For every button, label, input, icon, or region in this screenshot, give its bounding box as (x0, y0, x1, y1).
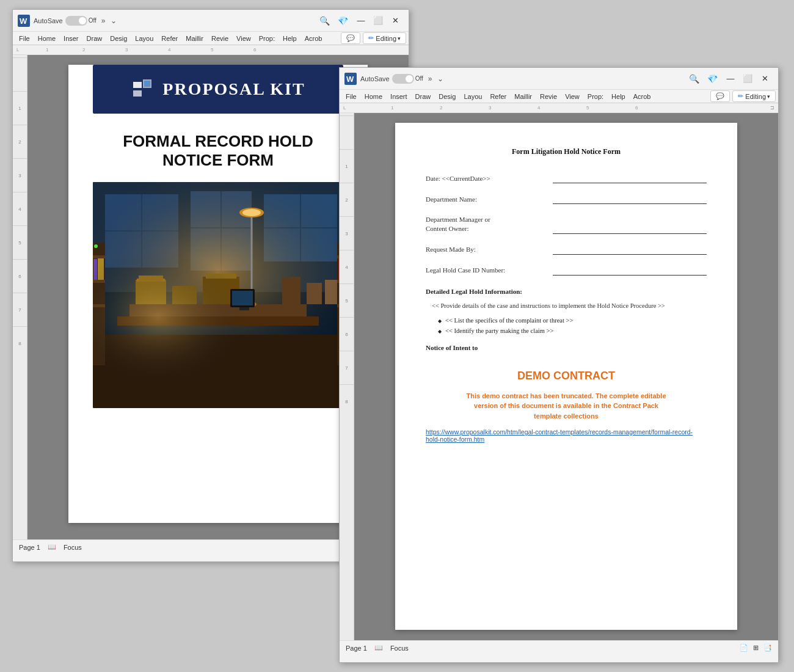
page-indicator-2: Page 1 (346, 645, 367, 652)
tab-insert-2[interactable]: Insert (387, 92, 411, 101)
tab-help-2[interactable]: Help (608, 92, 629, 101)
autosave-toggle-1[interactable] (65, 16, 87, 26)
tab-view-2[interactable]: View (561, 92, 583, 101)
ruler-num-2-5: 5 (340, 283, 354, 317)
tab-design-2[interactable]: Desig (435, 92, 459, 101)
editing-chevron-2: ▾ (767, 93, 770, 100)
tab-mail-2[interactable]: Maillir (511, 92, 536, 101)
demo-contract-link[interactable]: https://www.proposalkit.com/htm/legal-co… (426, 428, 707, 443)
tab-prop-2[interactable]: Prop: (584, 92, 607, 101)
svg-rect-43 (93, 182, 343, 408)
tab-home-1[interactable]: Home (34, 34, 59, 43)
tab-refer-1[interactable]: Refer (158, 34, 181, 43)
minimize-btn-2[interactable]: — (722, 70, 739, 87)
tab-review-1[interactable]: Revie (208, 34, 232, 43)
editing-btn-1[interactable]: ✏ Editing ▾ (363, 32, 406, 44)
comment-btn-2[interactable]: 💬 (710, 90, 730, 102)
tab-review-2[interactable]: Revie (536, 92, 561, 101)
form-instructions: << Provide details of the case and instr… (432, 301, 707, 311)
editing-label-1: Editing (376, 35, 396, 42)
tab-acrobat-1[interactable]: Acrob (301, 34, 326, 43)
search-btn-2[interactable]: 🔍 (685, 72, 702, 86)
ruler-num-7: 7 (13, 293, 27, 326)
demo-contract-section: DEMO CONTRACT This demo contract has bee… (426, 370, 707, 444)
tab-mail-1[interactable]: Maillir (182, 34, 207, 43)
toggle-off-2: Off (415, 75, 423, 82)
autosave-toggle-2[interactable] (392, 74, 414, 84)
tab-home-2[interactable]: Home (361, 92, 386, 101)
form-field-request: Request Made By: (426, 245, 707, 255)
form-field-manager-label: Department Manager orContent Owner: (426, 215, 548, 234)
statusbar-right-2: 📄 ⊞ 📑 (740, 644, 772, 652)
restore-btn-2[interactable]: ⬜ (739, 70, 756, 87)
word-icon-2: W (344, 73, 357, 85)
svg-rect-58 (239, 307, 249, 310)
library-svg (93, 182, 343, 408)
ruler-num-2-2: 2 (340, 183, 354, 216)
restore-btn-1[interactable]: ⬜ (370, 12, 387, 29)
view-icon-multi-2[interactable]: ⊞ (753, 644, 759, 652)
ruler-num-3: 3 (13, 158, 27, 192)
tab-draw-2[interactable]: Draw (412, 92, 435, 101)
tab-design-1[interactable]: Desig (106, 34, 131, 43)
page-indicator-1: Page 1 (19, 544, 40, 551)
tab-refer-2[interactable]: Refer (486, 92, 510, 101)
comment-icon-2: 💬 (716, 92, 724, 100)
form-bullet-1: << List the specifics of the complaint o… (438, 317, 707, 324)
close-btn-1[interactable]: ✕ (387, 12, 404, 29)
demo-contract-title: DEMO CONTRACT (426, 370, 707, 382)
tab-layout-2[interactable]: Layou (460, 92, 486, 101)
minimize-btn-1[interactable]: — (352, 12, 370, 29)
ruler-num-2-8: 8 (340, 384, 354, 418)
tab-help-1[interactable]: Help (279, 34, 300, 43)
ruler-num-2-6: 6 (340, 317, 354, 351)
form-field-manager-line (553, 224, 707, 234)
autosave-label-1: AutoSave (34, 17, 63, 24)
form-field-manager: Department Manager orContent Owner: (426, 215, 707, 234)
gem-btn-1[interactable]: 💎 (335, 14, 350, 27)
tab-draw-1[interactable]: Draw (83, 34, 106, 43)
ruler-content-2: L 1 2 3 4 5 6 ⊐ (342, 103, 776, 112)
editing-btn-2[interactable]: ✏ Editing ▾ (732, 90, 776, 102)
svg-rect-45 (307, 283, 322, 304)
comment-btn-1[interactable]: 💬 (341, 32, 360, 44)
tab-view-1[interactable]: View (233, 34, 255, 43)
tab-file-2[interactable]: File (342, 92, 360, 101)
ribbon-tabs-row-1: File Home Inser Draw Desig Layou Refer M… (13, 32, 409, 45)
view-icon-read-2[interactable]: 📑 (763, 644, 772, 652)
titlebar-chevron-1: » (101, 16, 106, 25)
ruler-num-8: 8 (13, 326, 27, 360)
ruler-content-1: L 1 2 3 4 5 6 (15, 45, 406, 54)
pencil-icon-1: ✏ (368, 34, 374, 42)
form-field-dept: Department Name: (426, 194, 707, 204)
svg-text:W: W (20, 16, 27, 26)
editing-chevron-1: ▾ (398, 35, 401, 42)
focus-label-1[interactable]: Focus (64, 544, 82, 551)
tab-acrobat-2[interactable]: Acrob (630, 92, 655, 101)
search-btn-1[interactable]: 🔍 (316, 14, 333, 27)
form-field-request-label: Request Made By: (426, 245, 548, 254)
svg-rect-6 (144, 81, 150, 87)
tab-file-1[interactable]: File (15, 34, 34, 43)
close-btn-2[interactable]: ✕ (756, 70, 773, 87)
svg-rect-3 (133, 82, 142, 88)
cover-image (93, 182, 343, 408)
titlebar-down-1[interactable]: ⌄ (111, 16, 117, 25)
tab-insert-1[interactable]: Inser (60, 34, 82, 43)
form-field-date-label: Date: <<CurrentDate>> (426, 174, 548, 183)
form-field-caseid-label: Legal Hold Case ID Number: (426, 266, 548, 275)
gem-btn-2[interactable]: 💎 (705, 72, 719, 86)
ruler-num-2: 2 (13, 125, 27, 158)
titlebar-down-2[interactable]: ⌄ (437, 75, 443, 83)
focus-label-2[interactable]: Focus (390, 645, 409, 652)
svg-point-61 (94, 244, 98, 248)
form-field-date: Date: <<CurrentDate>> (426, 173, 707, 183)
tab-layout-1[interactable]: Layou (131, 34, 157, 43)
ruler-num-2-7: 7 (340, 351, 354, 384)
doc-scroll-area-2: 1 2 3 4 5 6 7 8 Form Litigation Hold Not… (340, 113, 778, 640)
svg-rect-4 (133, 90, 142, 97)
tab-prop-1[interactable]: Prop: (255, 34, 279, 43)
view-icon-page-2[interactable]: 📄 (740, 644, 748, 652)
form-field-dept-label: Department Name: (426, 195, 548, 204)
form-field-caseid: Legal Hold Case ID Number: (426, 266, 707, 276)
